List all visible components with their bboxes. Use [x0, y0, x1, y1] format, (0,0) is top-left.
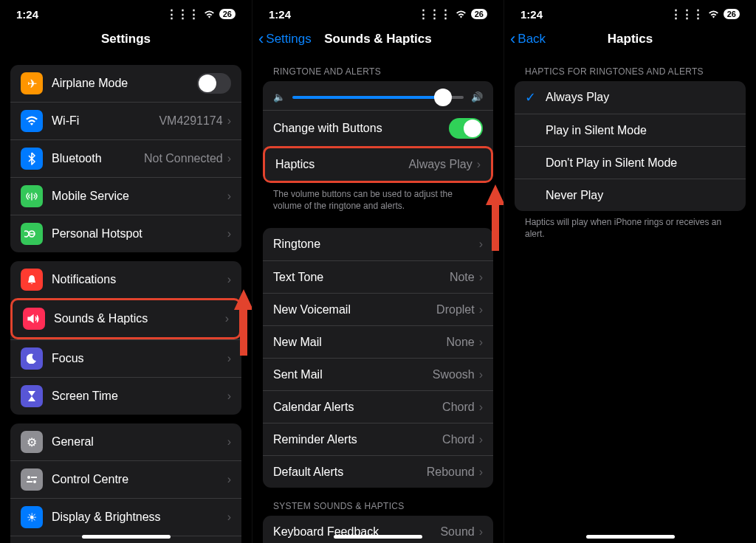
- sounds-scroll[interactable]: RINGTONE AND ALERTS 🔈 🔊 Change with Butt…: [252, 53, 504, 543]
- chevron-right-icon: ›: [227, 227, 231, 241]
- volume-slider-row: 🔈 🔊: [263, 81, 493, 110]
- label: Never Play: [546, 189, 735, 202]
- checkmark-icon: ✓: [525, 89, 541, 106]
- label: Wi-Fi: [52, 114, 159, 128]
- slider-thumb[interactable]: [434, 89, 452, 106]
- status-right: ⋮⋮⋮ 26: [166, 7, 236, 21]
- row-haptics[interactable]: Haptics Always Play ›: [265, 148, 491, 181]
- row-general[interactable]: ⚙ General ›: [10, 423, 241, 460]
- value: None: [446, 336, 474, 349]
- row-mobile-service[interactable]: Mobile Service ›: [10, 177, 241, 215]
- wifi-icon: [204, 8, 215, 21]
- signal-icon: ⋮⋮⋮: [418, 7, 451, 21]
- row-display-brightness[interactable]: ☀ Display & Brightness ›: [10, 498, 241, 536]
- row-reminder-alerts[interactable]: Reminder AlertsChord›: [263, 423, 493, 455]
- row-screen-time[interactable]: Screen Time ›: [10, 377, 241, 415]
- value: Always Play: [408, 158, 472, 171]
- signal-icon: ⋮⋮⋮: [670, 7, 704, 21]
- row-notifications[interactable]: Notifications ›: [10, 261, 241, 298]
- option-always-play[interactable]: ✓Always Play: [515, 81, 746, 114]
- row-new-voicemail[interactable]: New VoicemailDroplet›: [263, 293, 493, 325]
- nav-bar: ‹ Settings Sounds & Haptics: [252, 24, 504, 53]
- row-text-tone[interactable]: Text ToneNote›: [263, 260, 493, 293]
- option-play-in-silent-mode[interactable]: Play in Silent Mode: [515, 114, 746, 146]
- bell-icon: [21, 269, 43, 291]
- value: Not Connected: [144, 152, 223, 165]
- chevron-right-icon: ›: [479, 401, 483, 414]
- gear-icon: ⚙: [21, 431, 43, 453]
- back-button[interactable]: ‹ Back: [510, 31, 546, 47]
- status-right: ⋮⋮⋮ 26: [670, 7, 740, 21]
- label: Text Tone: [273, 271, 450, 284]
- label: Haptics: [275, 158, 408, 171]
- section-footer: Haptics will play when iPhone rings or r…: [515, 211, 746, 247]
- row-change-with-buttons[interactable]: Change with Buttons: [263, 110, 493, 146]
- status-bar: 1:24 ⋮⋮⋮ 26: [504, 0, 756, 24]
- row-new-mail[interactable]: New MailNone›: [263, 325, 493, 358]
- volume-slider[interactable]: [292, 96, 464, 99]
- chevron-right-icon: ›: [227, 511, 231, 524]
- speaker-icon: [23, 308, 45, 330]
- airplane-toggle[interactable]: [197, 73, 231, 94]
- chevron-right-icon: ›: [227, 390, 231, 403]
- home-indicator: [82, 535, 171, 539]
- label: Airplane Mode: [52, 77, 197, 90]
- chevron-right-icon: ›: [479, 368, 483, 381]
- chevron-right-icon: ›: [479, 238, 483, 251]
- haptics-pane: 1:24 ⋮⋮⋮ 26 ‹ Back Haptics HAPTICS FOR R…: [504, 0, 756, 543]
- chevron-left-icon: ‹: [510, 31, 515, 47]
- wifi-icon: [21, 110, 43, 132]
- svg-rect-1: [31, 477, 37, 478]
- row-personal-hotspot[interactable]: Personal Hotspot ›: [10, 215, 241, 252]
- chevron-right-icon: ›: [479, 433, 483, 446]
- chevron-right-icon: ›: [479, 525, 483, 539]
- label: Sent Mail: [273, 368, 433, 381]
- row-calendar-alerts[interactable]: Calendar AlertsChord›: [263, 390, 493, 423]
- page-title: Settings: [101, 32, 151, 46]
- value: Note: [450, 271, 475, 284]
- chevron-right-icon: ›: [227, 273, 231, 286]
- back-label: Settings: [266, 32, 311, 46]
- row-airplane-mode[interactable]: ✈ Airplane Mode: [10, 65, 241, 102]
- battery-level: 26: [724, 9, 740, 19]
- value: Chord: [442, 401, 475, 414]
- row-sent-mail[interactable]: Sent MailSwoosh›: [263, 358, 493, 390]
- label: Sounds & Haptics: [54, 312, 225, 325]
- ringtone-alerts-group: 🔈 🔊 Change with Buttons Haptics Always P…: [263, 81, 493, 183]
- section-header: HAPTICS FOR RINGTONES AND ALERTS: [515, 53, 746, 81]
- option-don-t-play-in-silent-mode[interactable]: Don't Play in Silent Mode: [515, 146, 746, 179]
- row-ringtone[interactable]: Ringtone›: [263, 228, 493, 260]
- settings-scroll[interactable]: ✈ Airplane Mode Wi-Fi VM4291174 › Blueto…: [0, 53, 252, 543]
- label: Change with Buttons: [273, 122, 449, 135]
- label: Don't Play in Silent Mode: [546, 156, 735, 170]
- row-focus[interactable]: Focus ›: [10, 339, 241, 377]
- row-wifi[interactable]: Wi-Fi VM4291174 ›: [10, 102, 241, 139]
- value: Rebound: [427, 466, 475, 479]
- bluetooth-icon: [21, 148, 43, 170]
- label: Play in Silent Mode: [546, 124, 735, 137]
- row-bluetooth[interactable]: Bluetooth Not Connected ›: [10, 139, 241, 177]
- switches-icon: [21, 468, 43, 491]
- label: Always Play: [546, 91, 735, 104]
- value: Chord: [442, 433, 475, 446]
- section-header: RINGTONE AND ALERTS: [263, 53, 493, 81]
- wifi-icon: [456, 8, 467, 21]
- option-never-play[interactable]: Never Play: [515, 179, 746, 211]
- haptics-scroll[interactable]: HAPTICS FOR RINGTONES AND ALERTS ✓Always…: [504, 53, 756, 543]
- row-default-alerts[interactable]: Default AlertsRebound›: [263, 455, 493, 488]
- status-right: ⋮⋮⋮ 26: [418, 7, 487, 21]
- moon-icon: [21, 347, 43, 370]
- volume-low-icon: 🔈: [273, 91, 285, 103]
- highlight-annotation: Haptics Always Play ›: [263, 146, 493, 183]
- connectivity-group: ✈ Airplane Mode Wi-Fi VM4291174 › Blueto…: [10, 65, 241, 252]
- change-buttons-toggle[interactable]: [449, 118, 483, 139]
- back-button[interactable]: ‹ Settings: [258, 31, 312, 47]
- airplane-icon: ✈: [21, 72, 43, 94]
- row-control-centre[interactable]: Control Centre ›: [10, 460, 241, 498]
- value: Swoosh: [433, 368, 475, 381]
- row-keyboard-feedback[interactable]: Keyboard Feedback Sound ›: [263, 516, 493, 543]
- hotspot-icon: [21, 223, 43, 245]
- attention-group: Notifications › Sounds & Haptics › Focus…: [10, 261, 241, 415]
- chevron-right-icon: ›: [227, 352, 231, 365]
- row-sounds-haptics[interactable]: Sounds & Haptics ›: [13, 300, 239, 337]
